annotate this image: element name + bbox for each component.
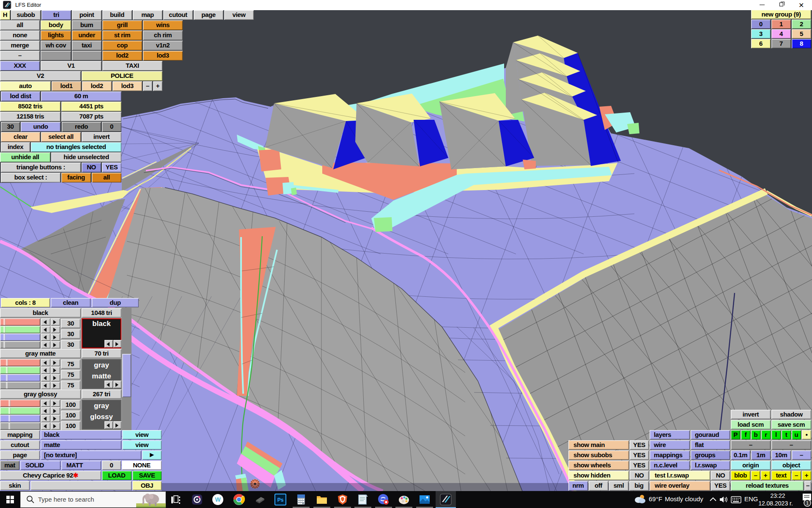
svg-text:1: 1 [806, 500, 809, 505]
svg-text:Ps: Ps [277, 497, 284, 503]
svg-text:W: W [215, 496, 221, 503]
